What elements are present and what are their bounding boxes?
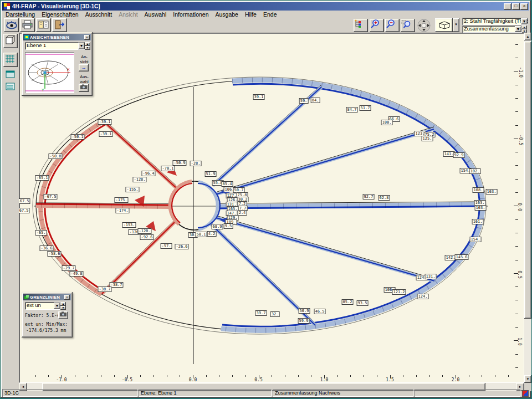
chevron-down-icon[interactable]: ▼ bbox=[515, 26, 521, 32]
ruler-tick bbox=[232, 375, 233, 377]
grenzlinien-panel[interactable]: GRENZLINIEN ▪ ext un ▼ ▲ ▼ Faktor: 5.E-4… bbox=[22, 292, 73, 337]
value-label: 85.2 bbox=[342, 299, 354, 305]
value-label: -175. bbox=[114, 197, 128, 203]
zoom-window-button[interactable] bbox=[401, 19, 415, 32]
chevron-down-icon[interactable]: ▼ bbox=[54, 303, 60, 309]
value-label: 92.9 bbox=[453, 152, 465, 158]
ruler-tick bbox=[403, 375, 403, 377]
axis-y-label: Y bbox=[42, 88, 44, 92]
view-3d-button[interactable] bbox=[435, 18, 453, 32]
ruler-tick bbox=[515, 152, 518, 152]
grenz-camera-button[interactable] bbox=[58, 311, 68, 319]
toggle-grenzlinien-panel-button[interactable] bbox=[5, 81, 16, 92]
chevron-down-icon[interactable]: ▼ bbox=[521, 18, 528, 24]
ergebnis-combo[interactable]: Zusammenfassung ▼ bbox=[462, 25, 522, 33]
menu-item-ende[interactable]: Ende bbox=[260, 11, 280, 18]
value-label: 39.7 bbox=[255, 310, 267, 316]
menu-bar: DarstellungEigenschaftenAusschnittAnsich… bbox=[2, 11, 529, 18]
zoom-out-button[interactable] bbox=[385, 19, 400, 32]
menu-item-hilfe[interactable]: Hilfe bbox=[242, 11, 260, 18]
menu-item-darstellung[interactable]: Darstellung bbox=[2, 11, 38, 18]
close-button[interactable]: × bbox=[520, 3, 528, 10]
menu-item-informationen[interactable]: Informationen bbox=[170, 11, 212, 18]
view-3d-dropdown[interactable]: ▼ bbox=[453, 18, 459, 32]
title-bar[interactable]: 4H-FRAP - Visualisierung [3D-1C] _ □ × bbox=[2, 2, 529, 11]
ebene-combo[interactable]: Ebene 1 ▼ bbox=[25, 42, 85, 50]
grenz-spinner[interactable]: ▲ ▼ bbox=[60, 302, 66, 310]
ansicht-panel-title: ANSICHT/EBENEN bbox=[30, 35, 69, 40]
exit-button[interactable] bbox=[52, 18, 67, 32]
panel-close-icon[interactable]: ▪ bbox=[84, 35, 90, 40]
value-label: 59.9 bbox=[298, 318, 310, 324]
maximize-button[interactable]: □ bbox=[512, 3, 520, 10]
panel-close-icon[interactable]: ▪ bbox=[64, 295, 70, 300]
ansicht-panel-titlebar[interactable]: ANSICHT/EBENEN ▪ bbox=[23, 34, 91, 40]
menu-item-auswahl[interactable]: Auswahl bbox=[141, 11, 170, 18]
scroll-down-icon[interactable]: ▼ bbox=[524, 375, 531, 383]
ergebnis-spinner[interactable]: ▲ ▼ bbox=[521, 25, 527, 33]
value-label: -153. bbox=[122, 222, 136, 228]
pan-control[interactable] bbox=[417, 19, 431, 32]
report-button[interactable] bbox=[36, 18, 51, 32]
grid-button[interactable] bbox=[3, 53, 18, 67]
value-label: 100. bbox=[381, 120, 393, 125]
panel-glyph-icon bbox=[24, 35, 29, 39]
toggle-ansicht-panel-button[interactable] bbox=[5, 69, 16, 80]
value-label: -155. bbox=[125, 187, 139, 192]
value-label: -28. bbox=[190, 161, 202, 166]
model-viewport[interactable]: 39.159.84.84.751.766.6100.123.75.2125.14… bbox=[19, 33, 524, 383]
window-title: 4H-FRAP - Visualisierung [3D-1C] bbox=[12, 3, 503, 9]
ruler-tick bbox=[515, 314, 518, 314]
auswahl-camera-button[interactable] bbox=[79, 84, 89, 92]
y-axis-tick-label: 1.0 bbox=[517, 337, 522, 345]
ansicht-ebenen-panel[interactable]: ANSICHT/EBENEN ▪ Ebene 1 ▼ ▲ ▼ X Y bbox=[22, 32, 93, 96]
view-3d-icon bbox=[435, 19, 453, 30]
chevron-down-icon[interactable]: ▼ bbox=[78, 43, 85, 49]
plan-preview[interactable]: X Y bbox=[25, 52, 74, 93]
value-label: -174. bbox=[115, 208, 129, 213]
spin-down-icon[interactable]: ▼ bbox=[60, 306, 66, 310]
ruler-tick bbox=[515, 179, 518, 180]
ruler-tick bbox=[311, 375, 311, 377]
ruler-tick bbox=[154, 375, 154, 377]
ansicht-apply-button[interactable]: → bbox=[79, 64, 89, 71]
display-icon bbox=[4, 19, 19, 30]
value-label: -65.1 bbox=[35, 175, 49, 181]
vertical-scroll-thumb[interactable] bbox=[524, 42, 531, 319]
status-section-2: Ebene: Ebene 1 bbox=[139, 389, 272, 397]
print-icon bbox=[20, 19, 35, 30]
ebene-spinner[interactable]: ▲ ▼ bbox=[85, 42, 90, 50]
value-label: 154. bbox=[470, 237, 482, 242]
ruler-tick bbox=[48, 375, 49, 377]
ruler-tick bbox=[495, 375, 495, 377]
value-label: 51.7 bbox=[360, 105, 371, 111]
ruler-tick bbox=[75, 375, 75, 377]
menu-item-eigenschaften[interactable]: Eigenschaften bbox=[38, 11, 82, 18]
status-bar: 3D-1CEbene: Ebene 1Zusammenfassung Nachw… bbox=[2, 389, 529, 397]
camera-icon bbox=[59, 313, 67, 318]
spin-down-icon[interactable]: ▼ bbox=[85, 46, 90, 50]
nachweis-combo[interactable]: 2: Stahl Tragfähigkeit (Th. 2. O ▼ bbox=[462, 18, 528, 25]
spin-up-icon[interactable]: ▲ bbox=[60, 302, 66, 306]
menu-item-ausgabe[interactable]: Ausgabe bbox=[212, 11, 242, 18]
menu-item-ausschnitt[interactable]: Ausschnitt bbox=[82, 11, 115, 18]
value-label: 92.7 bbox=[363, 194, 375, 200]
spin-up-icon[interactable]: ▲ bbox=[85, 42, 90, 46]
scroll-up-icon[interactable]: ▲ bbox=[524, 33, 531, 40]
spin-up-icon[interactable]: ▲ bbox=[521, 25, 527, 29]
zoom-in-button[interactable] bbox=[370, 19, 384, 32]
print-button[interactable] bbox=[20, 18, 35, 32]
view-cube-button[interactable] bbox=[3, 34, 18, 48]
value-label: 68.9 bbox=[212, 224, 223, 229]
minimize-button[interactable]: _ bbox=[504, 3, 511, 10]
display-settings-button[interactable] bbox=[4, 18, 19, 32]
grenzlinien-panel-titlebar[interactable]: GRENZLINIEN ▪ bbox=[23, 294, 71, 300]
ruler-tick bbox=[514, 71, 518, 71]
value-label: 46.5 bbox=[314, 309, 326, 314]
x-axis-tick-label: 1.5 bbox=[386, 377, 393, 382]
ruler-tick bbox=[285, 375, 285, 377]
vertical-scrollbar[interactable]: ▲ ▼ bbox=[524, 33, 531, 383]
value-label: -50.1 bbox=[70, 134, 84, 140]
grenz-combo[interactable]: ext un ▼ bbox=[25, 302, 61, 310]
display-options-button[interactable] bbox=[354, 19, 368, 32]
